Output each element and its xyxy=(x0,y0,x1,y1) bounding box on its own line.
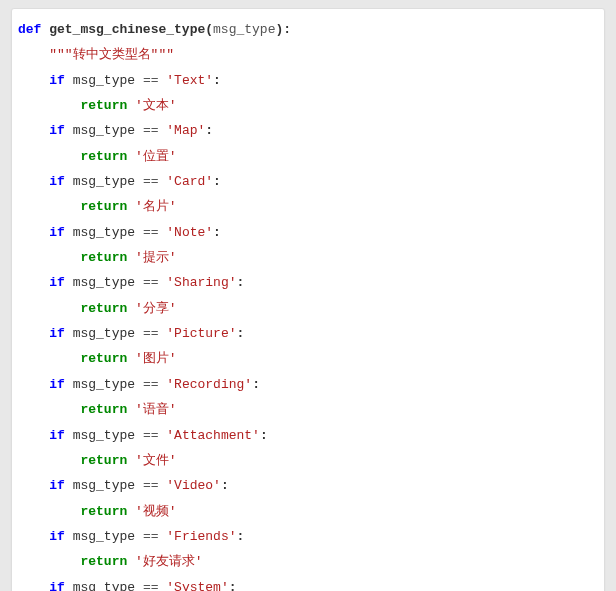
string-literal: 'Card' xyxy=(166,174,213,189)
string-literal: '文件' xyxy=(135,453,177,468)
param-name: msg_type xyxy=(213,22,275,37)
colon: : xyxy=(213,174,221,189)
keyword-return: return xyxy=(80,199,127,214)
keyword-if: if xyxy=(49,73,65,88)
operator-eq: == xyxy=(143,428,159,443)
colon: : xyxy=(213,225,221,240)
colon: : xyxy=(237,275,245,290)
code-line-if: if msg_type == 'Card': xyxy=(18,169,604,194)
keyword-return: return xyxy=(80,402,127,417)
code-line-if: if msg_type == 'Note': xyxy=(18,220,604,245)
keyword-if: if xyxy=(49,225,65,240)
code-line-if: if msg_type == 'Recording': xyxy=(18,372,604,397)
string-literal: 'Text' xyxy=(166,73,213,88)
keyword-if: if xyxy=(49,428,65,443)
code-line-return: return '图片' xyxy=(18,346,604,371)
code-line-return: return '语音' xyxy=(18,397,604,422)
keyword-return: return xyxy=(80,250,127,265)
operator-eq: == xyxy=(143,326,159,341)
string-literal: 'Picture' xyxy=(166,326,236,341)
colon: : xyxy=(221,478,229,493)
keyword-if: if xyxy=(49,377,65,392)
keyword-def: def xyxy=(18,22,41,37)
code-line-if: if msg_type == 'Sharing': xyxy=(18,270,604,295)
code-line-return: return '位置' xyxy=(18,144,604,169)
operator-eq: == xyxy=(143,377,159,392)
function-name: get_msg_chinese_type xyxy=(49,22,205,37)
operator-eq: == xyxy=(143,73,159,88)
code-line-def: def get_msg_chinese_type(msg_type): xyxy=(18,17,604,42)
code-line-return: return '提示' xyxy=(18,245,604,270)
colon: : xyxy=(252,377,260,392)
variable: msg_type xyxy=(73,275,135,290)
docstring: """转中文类型名""" xyxy=(49,47,174,62)
colon: : xyxy=(213,73,221,88)
string-literal: 'Attachment' xyxy=(166,428,260,443)
colon: : xyxy=(283,22,291,37)
colon: : xyxy=(237,529,245,544)
string-literal: '文本' xyxy=(135,98,177,113)
keyword-if: if xyxy=(49,529,65,544)
string-literal: '好友请求' xyxy=(135,554,203,569)
keyword-return: return xyxy=(80,301,127,316)
variable: msg_type xyxy=(73,529,135,544)
keyword-return: return xyxy=(80,453,127,468)
code-line-if: if msg_type == 'Friends': xyxy=(18,524,604,549)
code-line-if: if msg_type == 'System': xyxy=(18,575,604,591)
colon: : xyxy=(260,428,268,443)
operator-eq: == xyxy=(143,174,159,189)
variable: msg_type xyxy=(73,326,135,341)
string-literal: 'Sharing' xyxy=(166,275,236,290)
operator-eq: == xyxy=(143,225,159,240)
operator-eq: == xyxy=(143,478,159,493)
string-literal: '位置' xyxy=(135,149,177,164)
keyword-return: return xyxy=(80,351,127,366)
colon: : xyxy=(205,123,213,138)
string-literal: 'Recording' xyxy=(166,377,252,392)
string-literal: 'Note' xyxy=(166,225,213,240)
variable: msg_type xyxy=(73,174,135,189)
string-literal: '视频' xyxy=(135,504,177,519)
case-lines: if msg_type == 'Text': return '文本' if ms… xyxy=(18,68,604,591)
string-literal: '分享' xyxy=(135,301,177,316)
operator-eq: == xyxy=(143,580,159,591)
code-line-return: return '文件' xyxy=(18,448,604,473)
keyword-if: if xyxy=(49,580,65,591)
string-literal: '提示' xyxy=(135,250,177,265)
keyword-return: return xyxy=(80,149,127,164)
variable: msg_type xyxy=(73,73,135,88)
string-literal: 'Map' xyxy=(166,123,205,138)
keyword-if: if xyxy=(49,123,65,138)
code-line-if: if msg_type == 'Map': xyxy=(18,118,604,143)
code-line-return: return '名片' xyxy=(18,194,604,219)
code-line-return: return '视频' xyxy=(18,499,604,524)
keyword-return: return xyxy=(80,504,127,519)
string-literal: 'Video' xyxy=(166,478,221,493)
keyword-if: if xyxy=(49,326,65,341)
code-line-if: if msg_type == 'Text': xyxy=(18,68,604,93)
variable: msg_type xyxy=(73,225,135,240)
code-line-if: if msg_type == 'Picture': xyxy=(18,321,604,346)
string-literal: 'System' xyxy=(166,580,228,591)
code-line-return: return '分享' xyxy=(18,296,604,321)
variable: msg_type xyxy=(73,478,135,493)
code-line-if: if msg_type == 'Video': xyxy=(18,473,604,498)
code-line-docstring: """转中文类型名""" xyxy=(18,42,604,67)
code-block: def get_msg_chinese_type(msg_type): """转… xyxy=(11,8,605,591)
variable: msg_type xyxy=(73,123,135,138)
keyword-if: if xyxy=(49,275,65,290)
variable: msg_type xyxy=(73,580,135,591)
keyword-return: return xyxy=(80,98,127,113)
operator-eq: == xyxy=(143,529,159,544)
string-literal: '语音' xyxy=(135,402,177,417)
operator-eq: == xyxy=(143,275,159,290)
code-line-if: if msg_type == 'Attachment': xyxy=(18,423,604,448)
operator-eq: == xyxy=(143,123,159,138)
variable: msg_type xyxy=(73,377,135,392)
keyword-if: if xyxy=(49,478,65,493)
variable: msg_type xyxy=(73,428,135,443)
colon: : xyxy=(237,326,245,341)
paren-open: ( xyxy=(205,22,213,37)
colon: : xyxy=(229,580,237,591)
code-line-return: return '好友请求' xyxy=(18,549,604,574)
